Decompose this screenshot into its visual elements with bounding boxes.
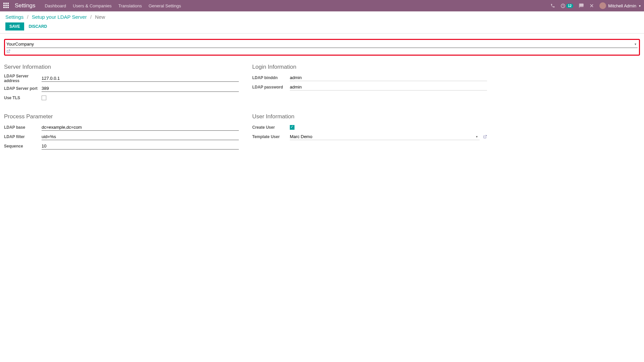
control-panel: Settings / Setup your LDAP Server / New …: [0, 11, 644, 34]
input-ldap-port[interactable]: [42, 85, 239, 92]
input-ldap-binddn[interactable]: [290, 74, 487, 81]
form-sheet: ▾ Server Information LDAP Server address…: [0, 34, 644, 157]
label-ldap-password: LDAP password: [252, 85, 290, 89]
save-button[interactable]: SAVE: [5, 22, 24, 31]
template-user-caret-icon[interactable]: ▾: [474, 135, 480, 138]
input-ldap-password[interactable]: [290, 84, 487, 90]
checkbox-use-tls[interactable]: [42, 96, 46, 100]
company-highlight-box: ▾: [4, 39, 640, 56]
discard-button[interactable]: DISCARD: [29, 24, 47, 29]
input-ldap-filter[interactable]: [42, 133, 239, 140]
messaging-icon[interactable]: [579, 3, 584, 8]
avatar: [599, 2, 606, 9]
company-input[interactable]: [6, 41, 633, 48]
close-icon[interactable]: [589, 3, 594, 8]
section-process-param: Process Parameter: [4, 113, 239, 120]
label-ldap-filter: LDAP filter: [4, 134, 42, 139]
label-sequence: Sequence: [4, 144, 42, 148]
label-ldap-binddn: LDAP binddn: [252, 75, 290, 80]
input-ldap-base[interactable]: [42, 124, 239, 131]
checkbox-create-user[interactable]: [290, 125, 294, 130]
input-template-user[interactable]: [290, 133, 474, 140]
external-link-icon[interactable]: [6, 49, 638, 53]
template-user-external-link-icon[interactable]: [483, 135, 487, 139]
phone-icon[interactable]: [550, 3, 555, 8]
section-server-info: Server Information: [4, 64, 239, 70]
app-title: Settings: [15, 2, 35, 9]
activity-badge: 12: [566, 4, 573, 8]
label-ldap-port: LDAP Server port: [4, 86, 42, 91]
input-ldap-address[interactable]: [42, 75, 239, 82]
label-ldap-base: LDAP base: [4, 125, 42, 130]
nav-menu: Dashboard Users & Companies Translations…: [45, 3, 181, 8]
user-menu[interactable]: Mitchell Admin ▾: [599, 2, 641, 9]
nav-users-companies[interactable]: Users & Companies: [73, 3, 112, 8]
label-create-user: Create User: [252, 125, 290, 130]
label-template-user: Template User: [252, 134, 290, 139]
nav-general-settings[interactable]: General Settings: [149, 3, 181, 8]
breadcrumb: Settings / Setup your LDAP Server / New: [5, 14, 639, 20]
activity-icon[interactable]: 12: [560, 3, 573, 8]
nav-translations[interactable]: Translations: [118, 3, 142, 8]
breadcrumb-settings[interactable]: Settings: [5, 14, 23, 20]
breadcrumb-ldap[interactable]: Setup your LDAP Server: [32, 14, 87, 20]
user-name: Mitchell Admin: [608, 3, 636, 8]
caret-down-icon: ▾: [639, 4, 641, 8]
label-ldap-address: LDAP Server address: [4, 74, 42, 83]
input-sequence[interactable]: [42, 143, 239, 149]
dropdown-caret-icon[interactable]: ▾: [633, 42, 638, 46]
label-use-tls: Use TLS: [4, 96, 42, 100]
breadcrumb-current: New: [95, 14, 105, 20]
section-login-info: Login Information: [252, 64, 487, 70]
top-navbar: Settings Dashboard Users & Companies Tra…: [0, 0, 644, 11]
apps-icon[interactable]: [3, 3, 9, 9]
section-user-info: User Information: [252, 113, 487, 120]
nav-dashboard[interactable]: Dashboard: [45, 3, 66, 8]
